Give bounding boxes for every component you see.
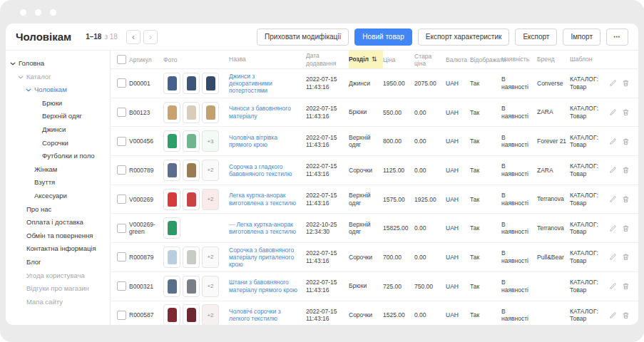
product-name-link[interactable]: Штани з бавовняного матеріалу прямого кр… xyxy=(229,279,297,293)
sidebar-item-15[interactable]: Блог xyxy=(6,256,110,269)
row-checkbox[interactable] xyxy=(117,165,126,175)
sidebar-item-2[interactable]: Чоловікам xyxy=(6,83,110,97)
cell-availability: В наявності xyxy=(501,308,537,323)
cell-photo xyxy=(163,217,229,239)
product-photo-thumbnail xyxy=(183,130,200,152)
product-photo-thumbnail xyxy=(183,304,200,325)
garment-image xyxy=(187,192,196,207)
product-name-link[interactable]: Легка куртка-анорак виготовлена з тексти… xyxy=(229,221,296,235)
sidebar-item-14[interactable]: Контактна інформація xyxy=(6,242,110,256)
cell-availability: В наявності xyxy=(501,192,537,207)
new-product-button[interactable]: Новий товар xyxy=(354,28,412,46)
edit-icon[interactable] xyxy=(609,311,617,319)
row-checkbox[interactable] xyxy=(117,224,126,233)
row-checkbox[interactable] xyxy=(117,311,126,320)
delete-icon[interactable] xyxy=(622,195,630,203)
delete-icon[interactable] xyxy=(622,79,630,87)
sidebar-item-8[interactable]: Жінкам xyxy=(6,163,110,177)
column-header-display[interactable]: Відображати xyxy=(470,56,501,63)
cell-actions xyxy=(608,138,637,145)
edit-icon[interactable] xyxy=(609,195,617,203)
edit-icon[interactable] xyxy=(609,166,617,174)
next-page-button[interactable]: › xyxy=(143,30,158,44)
product-name-link[interactable]: Сорочка з бавовняного матеріалу притален… xyxy=(229,247,294,268)
edit-icon[interactable] xyxy=(609,108,617,116)
delete-icon[interactable] xyxy=(622,138,630,145)
table-row: V000269+2Легка куртка-анорак виготовлена… xyxy=(111,185,638,214)
product-name-link[interactable]: Чиноси з бавовняного матеріалу xyxy=(229,105,291,119)
column-header-old_price[interactable]: Стара ціна xyxy=(414,53,446,67)
sort-icon[interactable]: ⇅ xyxy=(372,56,377,63)
product-photo-thumbnail xyxy=(183,247,200,268)
sidebar-item-10[interactable]: Аксесуари xyxy=(6,190,110,203)
hide-modifications-button[interactable]: Приховати модифікації xyxy=(257,28,349,46)
row-checkbox[interactable] xyxy=(117,108,126,117)
cell-brand: Terranova xyxy=(537,195,570,203)
sidebar-item-label: Чоловікам xyxy=(34,86,67,93)
products-table: АртикулФотоНазваДата додаванняРозділ⇅Цін… xyxy=(110,51,638,325)
column-header-date[interactable]: Дата додавання xyxy=(306,52,349,67)
product-name-link[interactable]: Сорочка з гладкого бавовняного текстилю xyxy=(229,163,292,177)
cell-article: B000321 xyxy=(129,283,163,290)
column-header-currency[interactable]: Валюта xyxy=(446,56,470,63)
product-name-link[interactable]: Чоловічі сорочки з легкого текстилю xyxy=(229,308,281,322)
window-control-dot[interactable] xyxy=(20,9,26,16)
cell-name: Чоловічі сорочки з легкого текстилю xyxy=(229,308,306,322)
window-control-dot[interactable] xyxy=(50,9,56,16)
product-name-link[interactable]: Джинси з декоративними потертостями xyxy=(229,73,272,94)
sidebar-item-1[interactable]: Каталог xyxy=(6,71,110,84)
delete-icon[interactable] xyxy=(622,253,630,261)
sidebar-item-12[interactable]: Оплата і доставка xyxy=(6,216,110,229)
sidebar-item-6[interactable]: Сорочки xyxy=(6,137,110,150)
sidebar-item-7[interactable]: Футболки и поло xyxy=(6,150,110,163)
row-checkbox[interactable] xyxy=(117,252,126,261)
sidebar-item-16[interactable]: Угода користувача xyxy=(6,269,110,283)
cell-photo: +3 xyxy=(163,130,229,152)
delete-icon[interactable] xyxy=(622,311,630,319)
product-name-link[interactable]: Легка куртка-анорак виготовлена з тексти… xyxy=(229,192,296,206)
more-button[interactable]: ⋯ xyxy=(606,28,628,46)
edit-icon[interactable] xyxy=(609,138,617,145)
sidebar-item-11[interactable]: Про нас xyxy=(6,203,110,217)
import-button[interactable]: Імпорт xyxy=(563,28,600,46)
cell-old_price: 0.00 xyxy=(414,224,446,232)
row-checkbox[interactable] xyxy=(117,78,126,88)
row-checkbox[interactable] xyxy=(117,281,126,291)
edit-icon[interactable] xyxy=(609,79,617,87)
cell-template: КАТАЛОГ: Товар xyxy=(570,162,608,177)
column-header-template[interactable]: Шаблон xyxy=(570,56,608,63)
delete-icon[interactable] xyxy=(622,282,630,290)
column-header-name[interactable]: Назва xyxy=(229,56,306,63)
column-header-price[interactable]: Ціна xyxy=(383,56,414,63)
garment-image xyxy=(168,163,177,177)
delete-icon[interactable] xyxy=(622,166,630,174)
export-characteristics-button[interactable]: Експорт характеристик xyxy=(418,28,510,46)
column-header-article[interactable]: Артикул xyxy=(129,56,163,63)
delete-icon[interactable] xyxy=(622,108,630,116)
select-all-checkbox[interactable] xyxy=(117,55,126,64)
export-button[interactable]: Експорт xyxy=(515,28,557,46)
cell-currency: UAH xyxy=(446,80,470,87)
window-control-dot[interactable] xyxy=(35,9,41,16)
prev-page-button[interactable]: ‹ xyxy=(126,30,140,44)
sidebar-item-17[interactable]: Відгуки про магазин xyxy=(6,282,110,296)
sidebar-item-4[interactable]: Верхній одяг xyxy=(6,110,110,123)
column-header-section[interactable]: Розділ⇅ xyxy=(349,51,383,68)
column-header-brand[interactable]: Бренд xyxy=(537,56,570,63)
column-header-photo[interactable]: Фото xyxy=(163,56,229,63)
row-checkbox[interactable] xyxy=(117,137,126,146)
sidebar-item-9[interactable]: Взуття xyxy=(6,176,110,190)
sidebar-item-5[interactable]: Джинси xyxy=(6,123,110,137)
edit-icon[interactable] xyxy=(609,282,617,290)
sidebar-item-3[interactable]: Брюки xyxy=(6,97,110,110)
sidebar-item-13[interactable]: Обмін та повернення xyxy=(6,229,110,243)
edit-icon[interactable] xyxy=(609,224,617,232)
row-checkbox[interactable] xyxy=(117,195,126,204)
edit-icon[interactable] xyxy=(609,253,617,261)
delete-icon[interactable] xyxy=(622,224,630,232)
sidebar-item-18[interactable]: Мапа сайту xyxy=(6,296,110,309)
sidebar-item-0[interactable]: Головна xyxy=(6,57,110,71)
column-header-availability[interactable]: Наявність xyxy=(501,56,537,63)
cell-brand: Pull&Bear xyxy=(537,254,570,261)
product-name-link[interactable]: Чоловіча вітрівка прямого крою xyxy=(229,134,277,148)
